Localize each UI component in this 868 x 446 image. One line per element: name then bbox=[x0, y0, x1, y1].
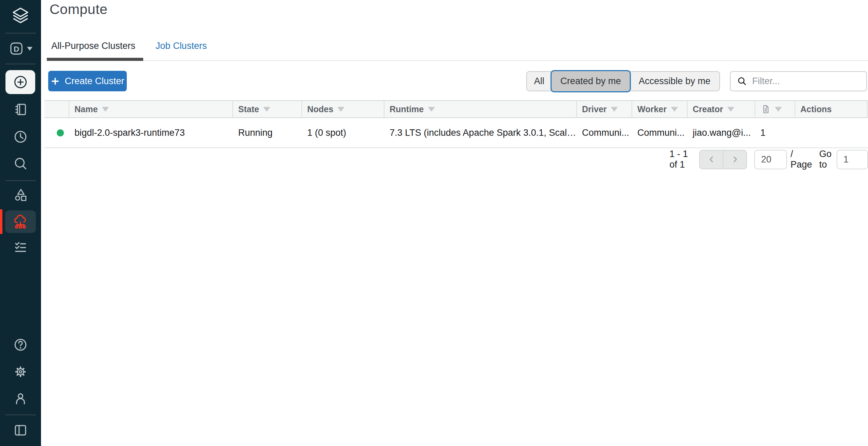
sidebar-divider bbox=[5, 415, 36, 415]
filter-created-by-me-button[interactable]: Created by me bbox=[552, 71, 630, 91]
cluster-creator-cell: jiao.wang@i... bbox=[688, 128, 755, 138]
sidebar-item-jobs[interactable] bbox=[0, 234, 41, 260]
sidebar-item-help[interactable] bbox=[0, 332, 41, 358]
active-item-indicator bbox=[0, 209, 2, 234]
cluster-runtime-cell: 7.3 LTS (includes Apache Spark 3.0.1, Sc… bbox=[384, 128, 577, 138]
goto-label: Go to bbox=[819, 149, 835, 170]
cluster-nodes-cell: 1 (0 spot) bbox=[302, 128, 384, 138]
collapse-sidebar-button[interactable] bbox=[0, 417, 41, 443]
tab-bar: All-Purpose Clusters Job Clusters bbox=[47, 34, 868, 61]
column-header-driver[interactable]: Driver bbox=[577, 101, 632, 117]
plus-icon bbox=[51, 77, 60, 86]
checklist-icon bbox=[13, 239, 28, 254]
sidebar-item-compute[interactable] bbox=[5, 210, 36, 233]
column-header-runtime[interactable]: Runtime bbox=[384, 101, 577, 117]
gear-icon bbox=[13, 364, 28, 379]
sort-caret-icon bbox=[102, 107, 109, 112]
column-header-status bbox=[44, 101, 69, 117]
plus-circle-icon bbox=[13, 74, 28, 90]
page-size-input[interactable] bbox=[754, 150, 787, 169]
table-header-row: Name State Nodes Runtime Driver Worker bbox=[44, 100, 868, 118]
sort-caret-icon bbox=[337, 107, 344, 112]
sidebar-item-workspace[interactable] bbox=[0, 96, 41, 122]
chevron-right-icon bbox=[731, 155, 740, 164]
pagination-range: 1 - 1 of 1 bbox=[669, 149, 694, 170]
user-icon bbox=[13, 391, 28, 406]
column-header-name[interactable]: Name bbox=[69, 101, 233, 117]
pager-buttons bbox=[699, 150, 747, 169]
notebook-icon bbox=[13, 102, 28, 117]
column-header-nodes[interactable]: Nodes bbox=[302, 101, 384, 117]
sidebar-item-models[interactable] bbox=[0, 182, 41, 208]
prev-page-button[interactable] bbox=[699, 150, 723, 169]
cluster-worker-cell: Communi... bbox=[632, 128, 688, 138]
sidebar-item-search[interactable] bbox=[0, 150, 41, 176]
cluster-notebooks-cell: 1 bbox=[755, 128, 795, 138]
tab-job-clusters[interactable]: Job Clusters bbox=[154, 34, 208, 61]
filter-input[interactable] bbox=[751, 76, 866, 87]
chevron-down-icon bbox=[27, 47, 32, 51]
sort-caret-icon bbox=[263, 107, 270, 112]
clusters-table: Name State Nodes Runtime Driver Worker bbox=[44, 100, 868, 148]
running-status-dot-icon bbox=[57, 129, 64, 136]
compute-cluster-icon bbox=[13, 214, 28, 229]
sort-caret-icon bbox=[611, 107, 618, 112]
sidebar-item-create[interactable] bbox=[5, 70, 35, 94]
sidebar-item-recents[interactable] bbox=[0, 124, 41, 150]
sidebar-divider bbox=[5, 180, 36, 181]
sidebar-divider bbox=[5, 64, 36, 64]
cluster-state-cell: Running bbox=[233, 128, 302, 138]
ownership-filter-group: All Created by me Accessible by me bbox=[526, 71, 720, 91]
sidebar: D bbox=[0, 0, 41, 446]
clock-icon bbox=[13, 129, 28, 144]
sort-caret-icon bbox=[671, 107, 678, 112]
filter-accessible-by-me-button[interactable]: Accessible by me bbox=[630, 72, 719, 91]
databricks-logo-icon bbox=[11, 6, 30, 25]
sidebar-item-settings[interactable] bbox=[0, 359, 41, 385]
panel-icon bbox=[13, 422, 28, 438]
search-icon bbox=[13, 156, 28, 171]
tab-all-purpose-clusters[interactable]: All-Purpose Clusters bbox=[47, 34, 143, 61]
shapes-icon bbox=[13, 187, 28, 203]
column-header-notebooks[interactable] bbox=[755, 101, 795, 117]
sort-caret-icon bbox=[428, 107, 435, 112]
filter-input-box bbox=[730, 71, 867, 91]
main-content: Compute All-Purpose Clusters Job Cluster… bbox=[41, 0, 868, 446]
next-page-button[interactable] bbox=[723, 150, 747, 169]
notebook-document-icon bbox=[760, 104, 771, 114]
filter-all-button[interactable]: All bbox=[527, 72, 552, 91]
databricks-logo bbox=[0, 3, 41, 29]
per-page-label: / Page bbox=[790, 149, 812, 170]
sidebar-divider bbox=[5, 33, 36, 34]
help-icon bbox=[13, 337, 28, 352]
page-title: Compute bbox=[50, 1, 108, 17]
create-cluster-button[interactable]: Create Cluster bbox=[48, 71, 127, 91]
column-header-state[interactable]: State bbox=[233, 101, 302, 117]
toolbar: Create Cluster All Created by me Accessi… bbox=[48, 71, 867, 91]
sort-caret-icon bbox=[775, 107, 782, 112]
create-cluster-label: Create Cluster bbox=[65, 76, 124, 87]
toolbar-right: All Created by me Accessible by me bbox=[526, 71, 867, 91]
table-row[interactable]: bigdl-2.0-spark3-runtime73 Running 1 (0 … bbox=[44, 118, 868, 148]
cluster-name-cell[interactable]: bigdl-2.0-spark3-runtime73 bbox=[69, 128, 233, 138]
sidebar-item-account[interactable] bbox=[0, 385, 41, 411]
column-header-actions: Actions bbox=[795, 101, 868, 117]
cluster-status-cell bbox=[44, 129, 69, 136]
column-header-worker[interactable]: Worker bbox=[632, 101, 688, 117]
column-header-creator[interactable]: Creator bbox=[688, 101, 755, 117]
workspace-icon: D bbox=[9, 41, 24, 56]
workspace-switcher[interactable]: D bbox=[0, 36, 41, 62]
search-icon bbox=[737, 76, 747, 86]
pagination: 1 - 1 of 1 / Page Go to bbox=[669, 149, 868, 170]
goto-page-input[interactable] bbox=[837, 150, 868, 169]
cluster-driver-cell: Communi... bbox=[577, 128, 632, 138]
chevron-left-icon bbox=[707, 155, 716, 164]
svg-text:D: D bbox=[13, 44, 19, 53]
sort-caret-icon bbox=[727, 107, 734, 112]
